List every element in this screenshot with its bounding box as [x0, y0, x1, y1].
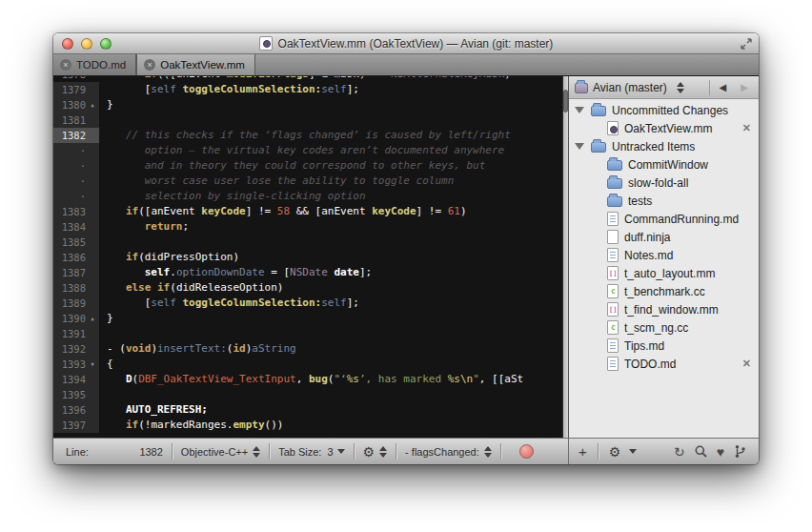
code-line[interactable]: 1393▼{ [53, 357, 562, 372]
actions-gear-icon[interactable]: ⚙ [609, 445, 621, 459]
gutter-cell[interactable]: 1392 [53, 341, 99, 357]
record-macro-button[interactable] [519, 444, 534, 459]
code-editor[interactable]: 1378 if(([anEvent modifierFlags] & mask)… [53, 76, 562, 438]
gutter-cell[interactable]: 1390▲ [53, 311, 99, 326]
editor-scrollbar[interactable] [562, 76, 568, 438]
code-line[interactable]: 1387 self.optionDownDate = [NSDate date]… [53, 265, 562, 280]
code-line[interactable]: · selection by single-clicking option [53, 189, 562, 204]
code-line[interactable]: 1383 if([anEvent keyCode] != 58 && [anEv… [53, 204, 562, 219]
forward-button[interactable]: ▶ [736, 82, 753, 92]
favorites-heart-icon[interactable]: ♥ [717, 445, 724, 459]
file-item[interactable]: CommandRunning.md [569, 210, 759, 228]
code-line[interactable]: · and in theory they could correspond to… [53, 158, 562, 174]
code-line[interactable]: 1384 return; [53, 219, 562, 235]
code-line[interactable]: 1381 [53, 113, 562, 128]
symbol-selector[interactable]: - flagsChanged: [405, 446, 479, 458]
new-file-button[interactable]: + [579, 443, 587, 460]
code-line[interactable]: 1394 D(DBF_OakTextView_TextInput, bug("‘… [53, 372, 562, 387]
gutter-cell[interactable]: · [53, 189, 99, 204]
file-item[interactable]: t_benchmark.cc [569, 282, 759, 300]
titlebar[interactable]: OakTextView.mm (OakTextView) — Avian (gi… [53, 33, 759, 54]
zoom-button[interactable] [100, 38, 112, 50]
fold-marker-icon[interactable]: ▲ [86, 97, 99, 113]
code-line[interactable]: 1389 [self toggleColumnSelection:self]; [53, 296, 562, 311]
gutter-cell[interactable]: 1389 [53, 296, 99, 311]
gutter-cell[interactable]: 1391 [53, 326, 99, 341]
close-file-icon[interactable]: ✕ [742, 122, 751, 134]
back-button[interactable]: ◀ [715, 82, 732, 92]
search-icon[interactable] [694, 444, 708, 459]
gutter-cell[interactable]: 1383 [53, 204, 99, 219]
fold-marker-icon[interactable]: ▲ [86, 311, 99, 326]
gutter-cell[interactable]: · [53, 158, 99, 174]
gutter-cell[interactable]: 1386 [53, 250, 99, 265]
gutter-cell[interactable]: 1387 [53, 265, 99, 280]
minimize-button[interactable] [81, 38, 92, 50]
fold-marker-icon[interactable]: ▼ [86, 357, 99, 372]
file-item[interactable]: t_scm_ng.cc [569, 318, 759, 337]
gutter-cell[interactable]: 1394 [53, 372, 99, 387]
symbol-stepper[interactable] [484, 446, 492, 458]
file-item[interactable]: slow-fold-all [569, 174, 759, 192]
gutter-cell[interactable]: 1385 [53, 235, 99, 250]
gutter-cell[interactable]: 1379 [53, 82, 99, 97]
close-file-icon[interactable]: ✕ [742, 358, 751, 370]
close-button[interactable] [62, 38, 73, 50]
tab-size-caret-icon[interactable] [337, 449, 345, 454]
disclosure-triangle-icon[interactable] [575, 143, 584, 150]
code-line[interactable]: 1390▲} [53, 311, 562, 326]
file-item[interactable]: t_auto_layout.mm [569, 264, 759, 282]
code-line[interactable]: 1391 [53, 326, 562, 341]
section-header[interactable]: Untracked Items [569, 137, 759, 155]
code-line[interactable]: 1380▲} [53, 97, 562, 113]
file-item[interactable]: t_find_window.mm [569, 300, 759, 318]
gutter-cell[interactable]: 1380▲ [53, 97, 99, 113]
git-branch-icon[interactable] [733, 444, 747, 459]
bundle-stepper[interactable] [379, 446, 387, 458]
code-line[interactable]: 1392- (void)insertText:(id)aString [53, 341, 562, 357]
gutter-cell[interactable]: · [53, 143, 99, 158]
gutter-cell[interactable]: 1388 [53, 280, 99, 296]
code-line[interactable]: 1388 else if(didReleaseOption) [53, 280, 562, 296]
file-item[interactable]: CommitWindow [569, 155, 759, 174]
disclosure-triangle-icon[interactable] [575, 107, 584, 113]
code-line[interactable]: 1386 if(didPressOption) [53, 250, 562, 265]
language-selector[interactable]: Objective-C++ [181, 446, 248, 458]
file-item[interactable]: duff.ninja [569, 228, 759, 246]
gutter-cell[interactable]: · [53, 174, 99, 189]
scrollbar-thumb[interactable] [563, 90, 568, 113]
fullscreen-icon[interactable] [740, 37, 753, 51]
gutter-cell[interactable]: 1381 [53, 113, 99, 128]
tab-oaktextview-mm[interactable]: ×OakTextView.mm [136, 54, 255, 75]
file-item[interactable]: Tips.md [569, 337, 759, 355]
refresh-icon[interactable]: ↻ [674, 445, 685, 459]
code-line[interactable]: 1396 AUTO_REFRESH; [53, 402, 562, 418]
tab-size-value[interactable]: 3 [327, 446, 333, 458]
file-item[interactable]: tests [569, 192, 759, 210]
file-item[interactable]: Notes.md [569, 246, 759, 264]
gutter-cell[interactable]: 1382 [53, 128, 99, 143]
gutter-cell[interactable]: 1393▼ [53, 357, 99, 372]
code-line[interactable]: 1385 [53, 235, 562, 250]
code-line[interactable]: 1397 if(!markedRanges.empty()) [53, 418, 562, 433]
gutter-cell[interactable]: 1397 [53, 418, 99, 433]
tab-close-icon[interactable]: × [144, 59, 155, 71]
section-header[interactable]: Uncommitted Changes [569, 101, 759, 119]
language-stepper[interactable] [253, 446, 260, 458]
code-line[interactable]: 1382 // this checks if the ‘flags change… [53, 128, 562, 143]
gutter-cell[interactable]: 1384 [53, 219, 99, 235]
actions-caret-icon[interactable] [629, 449, 637, 454]
code-line[interactable]: · worst case user lose the ability to to… [53, 174, 562, 189]
file-item[interactable]: OakTextView.mm✕ [569, 119, 759, 137]
gutter-cell[interactable]: 1396 [53, 402, 99, 418]
gutter-cell[interactable]: 1395 [53, 387, 99, 402]
line-number-value[interactable]: 1382 [89, 446, 163, 458]
code-line[interactable]: 1395 [53, 387, 562, 402]
tab-close-icon[interactable]: × [60, 59, 71, 71]
file-item[interactable]: TODO.md✕ [569, 355, 759, 373]
code-line[interactable]: 1379 [self toggleColumnSelection:self]; [53, 82, 562, 97]
code-line[interactable]: · option — the virtual key codes aren’t … [53, 143, 562, 158]
bundle-gear-icon[interactable]: ⚙ [363, 445, 376, 459]
tab-todo-md[interactable]: ×TODO.md [53, 54, 136, 75]
project-switcher[interactable] [677, 82, 684, 93]
